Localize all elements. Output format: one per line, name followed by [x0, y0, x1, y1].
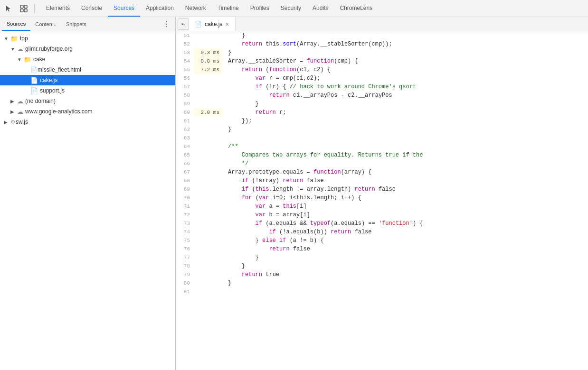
- timing-val-78: [194, 262, 222, 270]
- tree-arrow-sw-js: ▶: [4, 120, 10, 125]
- timing-val-77: [194, 253, 222, 262]
- tree-item-label: glimr.rubyforge.org: [25, 46, 73, 52]
- tree-item-label: www.google-analytics.com: [25, 108, 92, 115]
- tree-item-cake-folder[interactable]: ▼📁cake: [0, 54, 175, 65]
- line-num-71: 71: [176, 202, 194, 211]
- timing-val-69: [194, 185, 222, 194]
- editor-tab-label: cake.js: [205, 21, 222, 28]
- back-button[interactable]: ⇤: [178, 18, 189, 30]
- line-num-73: 73: [176, 219, 194, 228]
- left-panel: SourcesConten...Snippets⋮ ▼📁top▼☁glimr.r…: [0, 17, 176, 370]
- code-line-59: }: [228, 100, 588, 108]
- right-panel: ⇤ 📄cake.js× 5152535455565758596061626364…: [176, 17, 588, 370]
- nav-tab-sources[interactable]: Sources: [108, 0, 140, 17]
- line-num-69: 69: [176, 185, 194, 194]
- tree-item-cake-js[interactable]: 📄cake.js: [0, 75, 175, 85]
- file-html-icon: 📄: [30, 66, 38, 73]
- code-line-76: return false: [228, 245, 588, 253]
- line-num-66: 66: [176, 159, 194, 168]
- svg-rect-2: [20, 9, 23, 12]
- timing-val-65: [194, 151, 222, 159]
- timing-column: 0.3 ms0.8 ms7.2 ms2.0 ms: [194, 31, 224, 370]
- timing-val-62: [194, 125, 222, 134]
- nav-tab-timeline[interactable]: Timeline: [212, 0, 245, 17]
- cloud-icon: ☁: [17, 98, 23, 105]
- tree-item-label: missile_fleet.html: [38, 66, 81, 73]
- nav-divider: [34, 4, 35, 13]
- tree-arrow-no-domain: ▶: [10, 99, 17, 104]
- nav-tab-application[interactable]: Application: [140, 0, 180, 17]
- editor-tabs: ⇤ 📄cake.js×: [176, 17, 588, 31]
- cursor-icon[interactable]: [2, 2, 15, 15]
- code-line-66: */: [228, 159, 588, 168]
- tree-item-glimr[interactable]: ▼☁glimr.rubyforge.org: [0, 44, 175, 54]
- nav-icons: [2, 2, 37, 15]
- tree-arrow-google-analytics: ▶: [10, 109, 17, 114]
- timing-val-67: [194, 168, 222, 176]
- timing-val-66: [194, 159, 222, 168]
- line-num-64: 64: [176, 142, 194, 151]
- nav-tab-network[interactable]: Network: [180, 0, 212, 17]
- timing-val-61: [194, 117, 222, 125]
- nav-tab-security[interactable]: Security: [275, 0, 307, 17]
- sub-tab-more-button[interactable]: ⋮: [160, 19, 173, 29]
- tree-arrow-top: ▼: [4, 36, 10, 41]
- timing-val-74: [194, 228, 222, 236]
- timing-val-59: [194, 100, 222, 108]
- nav-tab-profiles[interactable]: Profiles: [245, 0, 275, 17]
- nav-tab-elements[interactable]: Elements: [40, 0, 76, 17]
- line-num-60: 60: [176, 108, 194, 117]
- timing-val-76: [194, 245, 222, 253]
- line-num-59: 59: [176, 100, 194, 108]
- inspect-icon[interactable]: [17, 2, 30, 15]
- code-line-75: } else if (a != b) {: [228, 236, 588, 245]
- editor-tab-file-icon: 📄: [195, 21, 202, 28]
- sub-tab-conten[interactable]: Conten...: [30, 17, 61, 31]
- line-num-70: 70: [176, 194, 194, 202]
- timing-val-58: [194, 91, 222, 100]
- timing-val-79: [194, 270, 222, 279]
- tree-item-label: cake.js: [40, 77, 57, 83]
- tree-item-support-js[interactable]: 📄support.js: [0, 85, 175, 96]
- code-line-55: return (function(c1, c2) {: [228, 65, 588, 74]
- line-num-52: 52: [176, 40, 194, 48]
- tree-item-google-analytics[interactable]: ▶☁www.google-analytics.com: [0, 106, 175, 117]
- code-line-81: [228, 287, 588, 296]
- code-line-68: if (!array) return false: [228, 176, 588, 185]
- folder-icon: 📁: [24, 56, 31, 63]
- gear-icon: ⚙: [10, 119, 16, 125]
- code-line-67: Array.prototype.equals = function(array)…: [228, 168, 588, 176]
- nav-tab-audits[interactable]: Audits: [307, 0, 334, 17]
- line-num-57: 57: [176, 83, 194, 91]
- line-numbers: 5152535455565758596061626364656667686970…: [176, 31, 194, 370]
- code-area[interactable]: 5152535455565758596061626364656667686970…: [176, 31, 588, 370]
- tree-item-label: top: [20, 35, 28, 42]
- code-line-70: for (var i=0; i<this.length; i++) {: [228, 194, 588, 202]
- line-num-67: 67: [176, 168, 194, 176]
- editor-tab-cake-js[interactable]: 📄cake.js×: [189, 17, 236, 31]
- tree-arrow-glimr: ▼: [10, 46, 17, 52]
- code-line-64: /**: [228, 142, 588, 151]
- line-num-54: 54: [176, 57, 194, 65]
- timing-val-63: [194, 134, 222, 142]
- line-num-55: 55: [176, 65, 194, 74]
- line-num-58: 58: [176, 91, 194, 100]
- line-num-51: 51: [176, 31, 194, 40]
- line-num-79: 79: [176, 270, 194, 279]
- tree-item-top[interactable]: ▼📁top: [0, 33, 175, 44]
- timing-val-51: [194, 31, 222, 40]
- timing-val-55: 7.2 ms: [194, 65, 222, 74]
- sub-tab-snippets[interactable]: Snippets: [61, 17, 91, 31]
- nav-tab-console[interactable]: Console: [76, 0, 108, 17]
- timing-val-64: [194, 142, 222, 151]
- code-line-57: if (!r) { // hack to work around Chrome'…: [228, 83, 588, 91]
- editor-tab-close-button[interactable]: ×: [225, 21, 229, 28]
- svg-rect-3: [24, 9, 27, 12]
- nav-tab-chromelens[interactable]: ChromeLens: [334, 0, 378, 17]
- tree-item-missile[interactable]: 📄missile_fleet.html: [0, 65, 175, 75]
- line-num-74: 74: [176, 228, 194, 236]
- sub-tab-sources[interactable]: Sources: [2, 17, 30, 31]
- tree-item-no-domain[interactable]: ▶☁(no domain): [0, 96, 175, 106]
- tree-item-sw-js[interactable]: ▶⚙sw.js: [0, 117, 175, 127]
- file-js-icon: 📄: [30, 77, 38, 84]
